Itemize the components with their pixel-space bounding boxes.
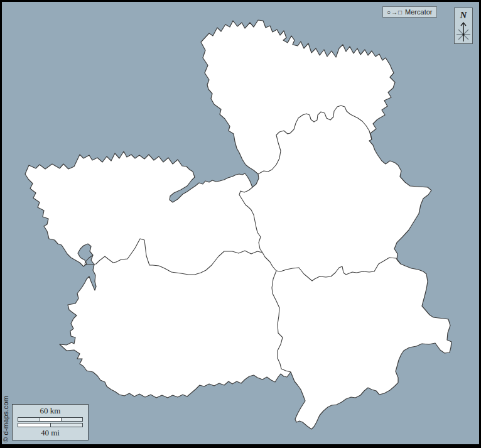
scale-km-segment: [61, 418, 82, 421]
outline-map: [0, 0, 481, 448]
projection-symbol-icon: ○→□: [387, 9, 403, 16]
scale-km-segment: [40, 418, 61, 421]
scale-km-bar: [18, 417, 83, 422]
map-canvas: ○→□ Mercator N 60 km 40 mi © d-maps.com: [0, 0, 481, 448]
scale-mi-segment: [50, 423, 82, 427]
scale-km-label: 60 km: [40, 406, 61, 416]
scale-km-segment: [18, 418, 40, 421]
compass-north-label: N: [455, 9, 472, 21]
region-landmass: [25, 20, 451, 429]
scale-mi-bar: [18, 423, 83, 427]
scale-mi-label: 40 mi: [41, 428, 60, 438]
projection-label: Mercator: [405, 8, 432, 16]
scale-box: 60 km 40 mi: [12, 404, 89, 440]
compass-rose-icon: [455, 21, 472, 43]
projection-label-box: ○→□ Mercator: [382, 6, 437, 18]
copyright-text: © d-maps.com: [2, 396, 9, 442]
compass-box: N: [454, 8, 473, 44]
scale-mi-segment: [18, 423, 50, 427]
